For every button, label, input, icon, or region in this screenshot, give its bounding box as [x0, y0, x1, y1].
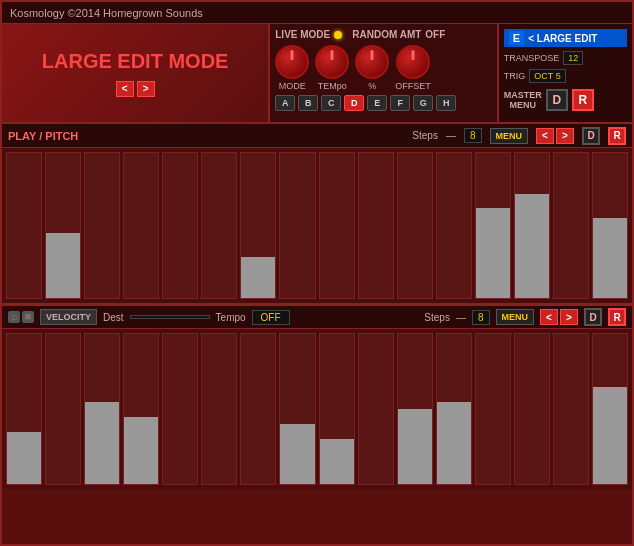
- letter-btn-c[interactable]: C: [321, 95, 341, 111]
- modulation-section: □ ⊞ VELOCITY Dest Tempo OFF Steps — 8 ME…: [2, 305, 632, 489]
- mode-knob-group: MODE: [275, 45, 309, 91]
- large-edit-title: LARGE EDIT MODE: [42, 50, 229, 73]
- top-nav-left[interactable]: <: [116, 81, 134, 97]
- play-pitch-d-button[interactable]: D: [582, 127, 600, 145]
- play-pitch-bar-5[interactable]: [201, 152, 237, 299]
- mod-bar-13[interactable]: [514, 333, 550, 485]
- top-section: LARGE EDIT MODE < > LIVE MODE RANDOM AMT…: [2, 24, 632, 124]
- mod-steps-value: 8: [472, 310, 490, 325]
- play-pitch-menu-button[interactable]: MENU: [490, 128, 529, 144]
- master-menu-label: MASTERMENU: [504, 90, 542, 110]
- live-row: LIVE MODE RANDOM AMT OFF: [275, 29, 492, 40]
- mod-bar-7[interactable]: [279, 333, 315, 485]
- play-pitch-bar-1[interactable]: [45, 152, 81, 299]
- master-r-button[interactable]: R: [572, 89, 594, 111]
- play-pitch-bar-15[interactable]: [592, 152, 628, 299]
- play-pitch-bar-14[interactable]: [553, 152, 589, 299]
- transpose-label: TRANSPOSE: [504, 53, 560, 63]
- random-amt-value: OFF: [425, 29, 445, 40]
- mod-header: □ ⊞ VELOCITY Dest Tempo OFF Steps — 8 ME…: [2, 305, 632, 329]
- letter-btn-f[interactable]: F: [390, 95, 410, 111]
- play-pitch-nav-right[interactable]: >: [556, 128, 574, 144]
- play-pitch-bar-4[interactable]: [162, 152, 198, 299]
- play-pitch-grid: [2, 148, 632, 303]
- letter-btn-h[interactable]: H: [436, 95, 456, 111]
- dest-label: Dest: [103, 312, 124, 323]
- mod-bar-12[interactable]: [475, 333, 511, 485]
- play-pitch-bar-12[interactable]: [475, 152, 511, 299]
- play-pitch-section: PLAY / PITCH Steps — 8 MENU < > D R: [2, 124, 632, 305]
- trig-label: TRIG: [504, 71, 526, 81]
- offset-knob[interactable]: [396, 45, 430, 79]
- top-nav-right[interactable]: >: [137, 81, 155, 97]
- play-pitch-bar-3[interactable]: [123, 152, 159, 299]
- mod-bar-4[interactable]: [162, 333, 198, 485]
- percent-knob[interactable]: [355, 45, 389, 79]
- master-d-button[interactable]: D: [546, 89, 568, 111]
- letters-row: A B C D E F G H: [275, 95, 492, 111]
- mod-r-button[interactable]: R: [608, 308, 626, 326]
- mod-steps-dash: —: [456, 312, 466, 323]
- play-pitch-bar-10[interactable]: [397, 152, 433, 299]
- mod-bar-10[interactable]: [397, 333, 433, 485]
- random-amt-label: RANDOM AMT: [352, 29, 421, 40]
- mod-bar-3[interactable]: [123, 333, 159, 485]
- mode-knob[interactable]: [275, 45, 309, 79]
- mod-steps-label: Steps: [424, 312, 450, 323]
- tempo-label: Tempo: [216, 312, 246, 323]
- header: Kosmology ©2014 Homegrown Sounds: [2, 2, 632, 24]
- large-edit-badge-label: < LARGE EDIT: [528, 33, 597, 44]
- letter-btn-g[interactable]: G: [413, 95, 433, 111]
- mod-nav-left[interactable]: <: [540, 309, 558, 325]
- offset-knob-label: OFFSET: [395, 81, 431, 91]
- large-edit-badge: E < LARGE EDIT: [504, 29, 627, 47]
- letter-btn-a[interactable]: A: [275, 95, 295, 111]
- trig-value: OCT 5: [529, 69, 565, 83]
- mod-grid: [2, 329, 632, 489]
- play-pitch-bar-9[interactable]: [358, 152, 394, 299]
- right-panel: E < LARGE EDIT TRANSPOSE 12 TRIG OCT 5 M…: [499, 24, 632, 122]
- mod-bar-5[interactable]: [201, 333, 237, 485]
- letter-btn-b[interactable]: B: [298, 95, 318, 111]
- mod-nav-right[interactable]: >: [560, 309, 578, 325]
- live-mode-label: LIVE MODE: [275, 29, 330, 40]
- app-container: Kosmology ©2014 Homegrown Sounds LARGE E…: [0, 0, 634, 546]
- mod-menu-button[interactable]: MENU: [496, 309, 535, 325]
- letter-btn-e[interactable]: E: [367, 95, 387, 111]
- play-pitch-bar-7[interactable]: [279, 152, 315, 299]
- play-pitch-steps-dash: —: [446, 130, 456, 141]
- mod-bar-0[interactable]: [6, 333, 42, 485]
- dest-value[interactable]: [130, 315, 210, 319]
- center-panel: LIVE MODE RANDOM AMT OFF MODE TEMpo %: [270, 24, 499, 122]
- letter-btn-d[interactable]: D: [344, 95, 364, 111]
- tempo-knob[interactable]: [315, 45, 349, 79]
- grid-icon: ⊞: [22, 311, 34, 323]
- mod-bar-14[interactable]: [553, 333, 589, 485]
- small-icons: □ ⊞: [8, 311, 34, 323]
- play-pitch-nav-left[interactable]: <: [536, 128, 554, 144]
- play-pitch-steps-label: Steps: [412, 130, 438, 141]
- play-pitch-bar-2[interactable]: [84, 152, 120, 299]
- mod-bar-8[interactable]: [319, 333, 355, 485]
- play-pitch-bar-0[interactable]: [6, 152, 42, 299]
- mod-bar-11[interactable]: [436, 333, 472, 485]
- transpose-row: TRANSPOSE 12: [504, 51, 627, 65]
- mod-bar-1[interactable]: [45, 333, 81, 485]
- mod-d-button[interactable]: D: [584, 308, 602, 326]
- play-pitch-bar-11[interactable]: [436, 152, 472, 299]
- master-menu-area: MASTERMENU D R: [504, 89, 627, 111]
- play-pitch-steps-value: 8: [464, 128, 482, 143]
- play-pitch-r-button[interactable]: R: [608, 127, 626, 145]
- play-pitch-bar-6[interactable]: [240, 152, 276, 299]
- percent-knob-label: %: [368, 81, 376, 91]
- mod-bar-15[interactable]: [592, 333, 628, 485]
- play-pitch-bar-13[interactable]: [514, 152, 550, 299]
- transpose-value: 12: [563, 51, 583, 65]
- tempo-value[interactable]: OFF: [252, 310, 290, 325]
- lock-icon: □: [8, 311, 20, 323]
- mod-bar-2[interactable]: [84, 333, 120, 485]
- mod-nav: < >: [540, 309, 578, 325]
- play-pitch-bar-8[interactable]: [319, 152, 355, 299]
- mod-bar-9[interactable]: [358, 333, 394, 485]
- mod-bar-6[interactable]: [240, 333, 276, 485]
